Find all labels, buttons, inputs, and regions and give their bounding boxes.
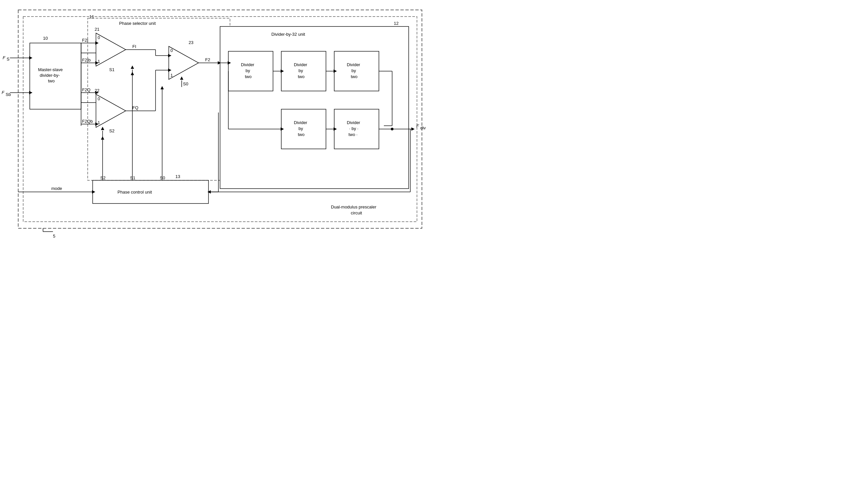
- svg-rect-48: [281, 109, 326, 149]
- fi-label: FI: [132, 44, 136, 49]
- f2i-label: F2I: [82, 38, 88, 43]
- f2qb-label: F2Qb: [82, 119, 93, 124]
- svg-marker-11: [96, 94, 126, 127]
- ref-13: 13: [175, 174, 180, 179]
- outer-ref-label: 5: [53, 234, 55, 239]
- div-box3-l2: by: [352, 68, 356, 73]
- div-box5-l2: · by ·: [349, 126, 358, 131]
- svg-marker-58: [411, 127, 415, 131]
- svg-marker-10: [96, 33, 126, 66]
- master-slave-label3: two: [48, 78, 55, 83]
- ref-12: 12: [394, 21, 398, 26]
- mux21-s1: S1: [109, 67, 114, 72]
- f2ib-label: F2Ib: [82, 58, 91, 62]
- svg-marker-82: [180, 76, 183, 80]
- fs-label: F: [3, 55, 6, 60]
- div-box1-l2: by: [246, 68, 250, 73]
- master-slave-label2: divider-by-: [40, 73, 60, 78]
- mux21-in0: 0: [98, 35, 100, 40]
- div-box4-l1: Divider: [294, 120, 307, 125]
- div-box3-l3: two: [351, 74, 357, 79]
- fs-sub: S: [7, 57, 10, 61]
- dual-modulus-label1: Dual-modulus prescaler: [331, 205, 377, 209]
- svg-rect-36: [228, 51, 273, 91]
- s0-bottom-label: S0: [160, 175, 165, 180]
- ref-10: 10: [43, 36, 48, 41]
- diagram-container: 5 Master-slave divider-by- two 10 F S F …: [0, 0, 434, 247]
- dual-modulus-label2: circuit: [351, 210, 362, 215]
- div-box5-l3: two ·: [348, 132, 357, 137]
- svg-rect-37: [281, 51, 326, 91]
- fsb-label: F: [2, 90, 5, 95]
- mux23-in1: 1: [170, 73, 173, 78]
- fdiv-sub: div: [420, 126, 426, 130]
- div-box2-l1: Divider: [294, 62, 307, 67]
- svg-rect-35: [220, 26, 409, 189]
- svg-marker-67: [161, 86, 164, 89]
- div-box4-l3: two: [298, 132, 304, 137]
- mux21-ref: 21: [95, 27, 99, 32]
- master-slave-label1: Master-slave: [38, 67, 62, 72]
- div-box4-l2: by: [299, 126, 303, 131]
- svg-rect-38: [334, 51, 379, 91]
- phase-control-label: Phase control unit: [117, 190, 152, 194]
- div-box2-l2: by: [299, 68, 303, 73]
- mux22-in0: 0: [98, 96, 100, 101]
- ref-11: 11: [89, 14, 94, 19]
- mode-label: mode: [51, 186, 62, 191]
- f2q-label: F2Q: [82, 87, 90, 92]
- svg-line-76: [81, 42, 96, 53]
- phase-selector-title: Phase selector unit: [119, 21, 156, 26]
- svg-marker-80: [101, 127, 104, 130]
- mux23-in0: 0: [170, 48, 173, 53]
- div-box5-l1: Divider: [347, 120, 360, 125]
- mux23-ref: 23: [189, 40, 193, 45]
- svg-point-56: [391, 128, 394, 130]
- svg-marker-12: [169, 46, 199, 79]
- mux22-s2: S2: [109, 128, 114, 133]
- div-box2-l3: two: [298, 74, 304, 79]
- svg-marker-78: [131, 65, 134, 69]
- fdiv-label: F: [416, 124, 419, 128]
- div-box1-l1: Divider: [241, 62, 254, 67]
- fq-label: FQ: [132, 105, 138, 110]
- mux23-s0: S0: [183, 81, 188, 87]
- fsb-sub: Sb: [6, 92, 11, 97]
- s2-bottom-label: S2: [100, 175, 106, 180]
- s1-bottom-label: S1: [130, 175, 135, 180]
- div-box1-l3: two: [245, 74, 251, 79]
- f2-label: F2: [205, 57, 210, 62]
- divider32-title: Divider-by-32 unit: [271, 32, 305, 37]
- div-box3-l1: Divider: [347, 62, 360, 67]
